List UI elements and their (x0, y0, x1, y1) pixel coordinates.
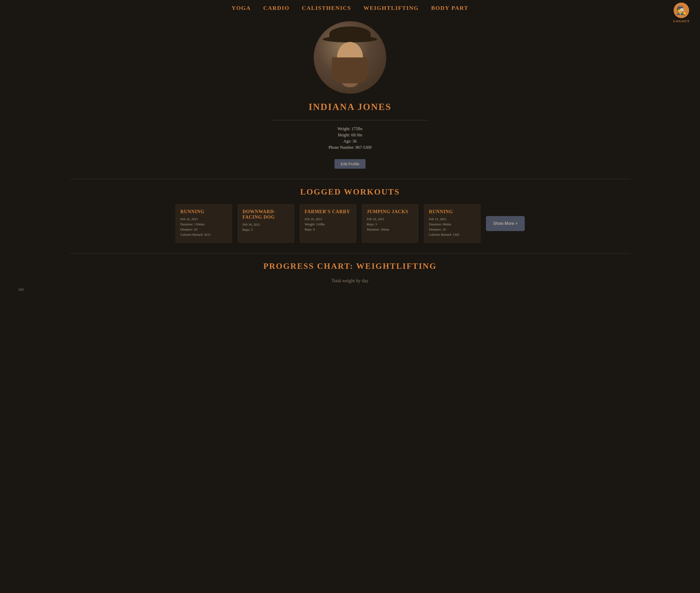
workout-card-2: FARMER'S CARRY Feb 16, 2021 Weight: 110l… (299, 204, 357, 243)
chart-y-label: 160 (15, 288, 685, 292)
workout-card-3-detail-2: Duration: 10min (367, 228, 413, 232)
logout-label[interactable]: LOGOUT (673, 19, 690, 23)
workout-card-4: RUNNING Feb 15, 2021 Duration: 60min Dis… (424, 204, 481, 243)
show-more-button[interactable]: Show More > (486, 216, 525, 231)
workout-card-1-title: DOWNWARD-FACING DOG (243, 209, 289, 220)
workouts-row: RUNNING Feb 16, 2021 Duration: 150min Di… (0, 204, 700, 243)
workout-card-4-detail-1: Duration: 60min (429, 222, 476, 226)
profile-divider (272, 120, 428, 120)
workout-card-3-title: JUMPING JACKS (367, 209, 413, 214)
workout-card-2-detail-0: Feb 16, 2021 (305, 217, 351, 221)
profile-age: Age: 36 (329, 139, 371, 144)
profile-avatar-inner (314, 21, 386, 94)
profile-avatar (314, 21, 386, 94)
workout-card-2-title: FARMER'S CARRY (305, 209, 351, 214)
workout-card-4-title: RUNNING (429, 209, 476, 214)
workout-card-0: RUNNING Feb 16, 2021 Duration: 150min Di… (175, 204, 232, 243)
workout-card-3: JUMPING JACKS Feb 16, 2021 Reps: 3 Durat… (362, 204, 418, 243)
profile-stats: Weight: 175lbs Height: 6ft 0in Age: 36 P… (329, 126, 371, 151)
workout-card-3-detail-0: Feb 16, 2021 (367, 217, 413, 221)
workout-card-3-detail-1: Reps: 3 (367, 222, 413, 226)
workout-card-0-detail-0: Feb 16, 2021 (180, 217, 227, 221)
user-icon: 🕵 (676, 5, 687, 15)
workout-card-1-detail-1: Reps: 5 (243, 228, 289, 232)
nav-avatar: 🕵 (674, 3, 689, 18)
chart-subtitle: Total weight by day (15, 278, 685, 284)
workout-card-1: DOWNWARD-FACING DOG Feb 16, 2021 Reps: 5 (237, 204, 294, 243)
logged-workouts-section: LOGGED WORKOUTS RUNNING Feb 16, 2021 Dur… (0, 187, 700, 243)
avatar-face (337, 42, 363, 73)
workout-card-0-detail-1: Duration: 150min (180, 222, 227, 226)
workout-card-0-detail-3: Calories Burned: 2611 (180, 233, 227, 237)
logged-workouts-title: LOGGED WORKOUTS (0, 187, 700, 197)
workout-card-4-detail-0: Feb 15, 2021 (429, 217, 476, 221)
profile-section: INDIANA JONES Weight: 175lbs Height: 6ft… (0, 16, 700, 171)
nav-cardio[interactable]: CARDIO (263, 5, 289, 11)
workout-card-4-detail-3: Calories Burned: 1305 (429, 233, 476, 237)
profile-weight: Weight: 175lbs (329, 126, 371, 131)
section-divider-2 (70, 253, 630, 253)
nav-yoga[interactable]: YOGA (232, 5, 251, 11)
nav-bodypart[interactable]: BODY PART (431, 5, 468, 11)
workout-card-4-detail-2: Distance: 10 (429, 228, 476, 232)
nav-calisthenics[interactable]: CALISTHENICS (302, 5, 351, 11)
workout-card-2-detail-1: Weight: 110lbs (305, 222, 351, 226)
avatar-stubble (341, 79, 359, 87)
progress-chart-section: PROGRESS CHART: WEIGHTLIFTING Total weig… (0, 261, 700, 303)
nav-weightlifting[interactable]: WEIGHTLIFTING (364, 5, 418, 11)
workout-card-0-title: RUNNING (180, 209, 227, 214)
workout-card-1-detail-0: Feb 16, 2021 (243, 223, 289, 227)
nav-avatar-wrap[interactable]: 🕵 LOGOUT (673, 3, 690, 23)
workout-card-2-detail-2: Reps: 4 (305, 228, 351, 232)
main-nav: YOGA CARDIO CALISTHENICS WEIGHTLIFTING B… (0, 0, 700, 16)
profile-phone: Phone Number: 867-5309 (329, 145, 371, 150)
avatar-hat (329, 27, 371, 39)
profile-name: INDIANA JONES (308, 102, 392, 112)
edit-profile-button[interactable]: Edit Profile (334, 159, 366, 169)
profile-height: Height: 6ft 0in (329, 133, 371, 137)
workout-card-0-detail-2: Distance: 20 (180, 228, 227, 232)
progress-chart-title: PROGRESS CHART: WEIGHTLIFTING (15, 261, 685, 271)
